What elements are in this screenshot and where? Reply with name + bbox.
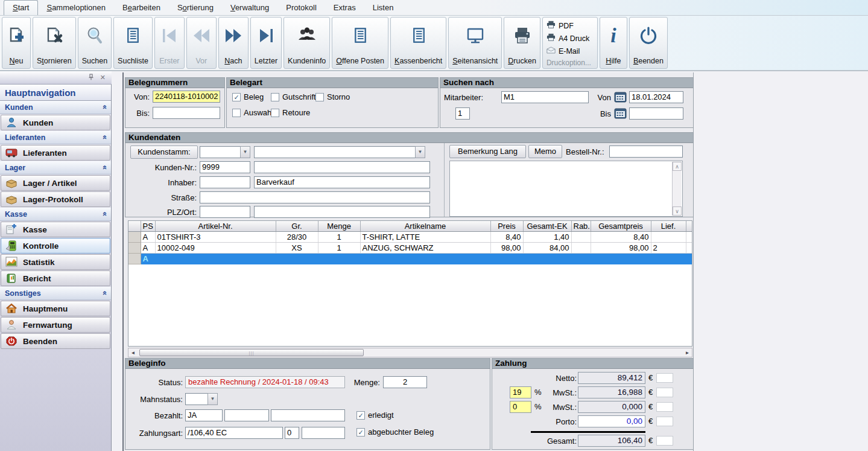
memo-scrollbar[interactable]: ∧ ∨ (672, 162, 682, 216)
belegnummer-von-input[interactable]: 2240118-1010002 (153, 91, 220, 103)
vat2-input[interactable]: 0 (510, 401, 531, 413)
stornieren-button[interactable]: Stornieren (33, 17, 76, 69)
calendar-icon[interactable] (614, 107, 627, 119)
tab-extras[interactable]: Extras (325, 1, 364, 15)
pdf-button[interactable]: PDF (546, 20, 574, 31)
beenden-button[interactable]: Beenden (629, 17, 668, 69)
ort-input[interactable] (254, 206, 430, 218)
section-lieferanten[interactable]: Lieferanten» (0, 131, 111, 144)
letzter-button[interactable]: Letzter (250, 17, 282, 69)
tab-protokoll[interactable]: Protokoll (277, 1, 325, 15)
gutschrift-checkbox[interactable] (271, 93, 279, 101)
tab-bearbeiten[interactable]: Bearbeiten (114, 1, 169, 15)
erster-button[interactable]: Erster (154, 17, 185, 69)
chevron-down-icon[interactable]: ▼ (415, 146, 425, 158)
bestell-nr-input[interactable] (609, 146, 683, 158)
sidebar-item-lieferanten[interactable]: Lieferanten (1, 145, 110, 161)
bezahlt-input-2[interactable] (224, 409, 269, 421)
porto-input[interactable]: 0,00 (578, 415, 645, 427)
memo-button[interactable]: Memo (528, 145, 562, 158)
sidebar-item-hauptmenu[interactable]: Hauptmenu (1, 301, 110, 316)
scroll-up-icon[interactable]: ∧ (673, 162, 682, 171)
hilfe-button[interactable]: i Hilfe (600, 17, 627, 69)
sidebar-item-lager-protokoll[interactable]: Lager-Protokoll (1, 191, 110, 207)
section-kunden[interactable]: Kunden» (0, 101, 111, 114)
erledigt-checkbox[interactable]: ✓ (356, 411, 365, 420)
section-lager[interactable]: Lager» (0, 161, 111, 174)
sidebar-item-kasse[interactable]: Kasse (1, 222, 110, 237)
strasse-input[interactable] (200, 191, 430, 203)
col-artikel-nr[interactable]: Artikel-Nr. (155, 221, 276, 231)
kundenstamm-select-2[interactable] (254, 146, 416, 158)
col-rab[interactable]: Rab. (571, 221, 591, 231)
calendar-icon[interactable] (614, 91, 627, 103)
datum-bis-input[interactable] (629, 107, 683, 120)
bemerkung-lang-button[interactable]: Bemerkung Lang (449, 145, 526, 158)
retoure-checkbox[interactable] (271, 109, 279, 117)
chevron-down-icon[interactable]: ▼ (240, 146, 250, 158)
kundenstamm-select-1[interactable] (200, 146, 241, 158)
offene-posten-button[interactable]: Offene Posten (332, 17, 388, 69)
plz-input[interactable] (200, 206, 250, 218)
table-row[interactable]: A 10002-049 XS 1 ANZUG, SCHWARZ 98,00 84… (128, 242, 692, 253)
sidebar-item-fernwartung[interactable]: Fernwartung (1, 317, 110, 333)
positions-table[interactable]: PS Artikel-Nr. Gr. Menge Artikelname Pre… (128, 220, 692, 347)
beleg-checkbox[interactable]: ✓ (232, 93, 241, 101)
table-row[interactable]: A 01TSHIRT-3 28/30 1 T-SHIRT, LATTE 8,40… (128, 231, 692, 242)
sidebar-item-kunden[interactable]: Kunden (1, 115, 110, 130)
zahlungsart-input-3[interactable] (302, 427, 345, 439)
col-lief[interactable]: Lief. (651, 221, 686, 231)
kunden-name-input[interactable] (254, 161, 430, 173)
menge-input[interactable]: 2 (383, 376, 427, 388)
section-sonstiges[interactable]: Sonstiges» (0, 287, 111, 300)
tab-start[interactable]: Start (4, 0, 38, 15)
vat1-input[interactable]: 19 (510, 386, 531, 398)
suchliste-button[interactable]: Suchliste (113, 17, 153, 69)
scroll-down-icon[interactable]: ∨ (673, 206, 682, 216)
sidebar-item-kontrolle[interactable]: Kontrolle (1, 238, 110, 254)
inhaber-input-1[interactable] (200, 176, 250, 188)
bezahlt-input-1[interactable]: JA (185, 409, 223, 421)
col-artikelname[interactable]: Artikelname (360, 221, 490, 231)
pin-icon[interactable] (88, 74, 94, 82)
table-horizontal-scrollbar[interactable]: ◄ ||| ► (128, 348, 692, 357)
tab-verwaltung[interactable]: Verwaltung (222, 1, 277, 15)
storno-checkbox[interactable] (315, 93, 324, 101)
col-preis[interactable]: Preis (490, 221, 523, 231)
sidebar-item-bericht[interactable]: Bericht (1, 270, 110, 286)
suchen-button[interactable]: Suchen (78, 17, 112, 69)
email-button[interactable]: E-Mail (546, 45, 580, 57)
scroll-left-icon[interactable]: ◄ (128, 348, 138, 357)
close-icon[interactable]: ✕ (100, 74, 106, 81)
col-gr[interactable]: Gr. (276, 221, 318, 231)
mahnstatus-select[interactable] (185, 393, 208, 405)
druckoption-button[interactable]: Druckoption... (546, 58, 591, 67)
col-gesamt-ek[interactable]: Gesamt-EK (523, 221, 571, 231)
kassenbericht-button[interactable]: Kassenbericht (390, 17, 446, 69)
inhaber-input-2[interactable]: Barverkauf (254, 176, 430, 188)
tab-sammeloptionen[interactable]: Sammeloptionen (38, 1, 114, 15)
belegnummer-bis-input[interactable] (153, 107, 220, 119)
mitarbeiter-input[interactable]: M1 (501, 91, 589, 103)
abgebuchter-beleg-checkbox[interactable]: ✓ (356, 428, 365, 437)
memo-textarea[interactable]: ∧ ∨ (449, 161, 683, 217)
table-row-selected[interactable]: A (128, 253, 692, 264)
scrollbar-thumb[interactable]: ||| (139, 349, 364, 356)
neu-button[interactable]: Neu (2, 17, 31, 69)
section-kasse[interactable]: Kasse» (0, 208, 111, 221)
kasse-nr-input[interactable]: 1 (455, 107, 470, 120)
scroll-right-icon[interactable]: ► (683, 348, 692, 357)
sidebar-item-statistik[interactable]: Statistik (1, 254, 110, 270)
zahlungsart-input-2[interactable]: 0 (285, 427, 299, 439)
vor-button[interactable]: Vor (186, 17, 217, 69)
nach-button[interactable]: Nach (218, 17, 249, 69)
col-ps[interactable]: PS (141, 221, 155, 231)
drucken-button[interactable]: Drucken (504, 17, 540, 69)
seitenansicht-button[interactable]: Seitenansicht (448, 17, 502, 69)
datum-von-input[interactable]: 18.01.2024 (629, 91, 683, 103)
tab-sortierung[interactable]: Sortierung (169, 1, 222, 15)
tab-listen[interactable]: Listen (364, 1, 402, 15)
sidebar-item-lager-artikel[interactable]: Lager / Artikel (1, 175, 110, 191)
a4-druck-button[interactable]: A4 Druck (546, 33, 589, 44)
kundenstamm-button[interactable]: Kundenstamm: (130, 146, 198, 159)
